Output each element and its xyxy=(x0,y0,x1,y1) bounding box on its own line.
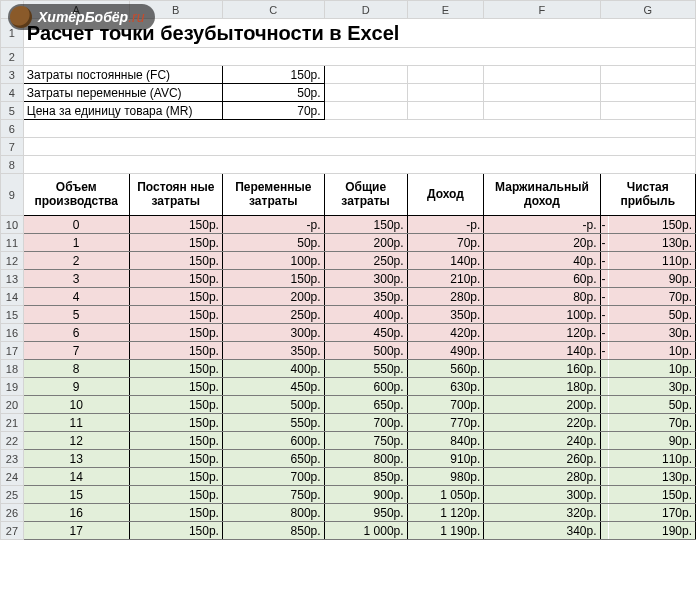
cell[interactable]: 12 xyxy=(23,432,129,450)
cell[interactable]: 160р. xyxy=(484,360,600,378)
param-label[interactable]: Затраты переменные (AVC) xyxy=(23,84,222,102)
cell[interactable]: 150р. xyxy=(222,270,324,288)
cell[interactable]: 260р. xyxy=(484,450,600,468)
cell[interactable]: 9 xyxy=(23,378,129,396)
cell[interactable]: 150р. xyxy=(129,450,222,468)
cell[interactable]: 150р. xyxy=(129,324,222,342)
cell[interactable]: - xyxy=(600,324,608,342)
cell[interactable]: 140р. xyxy=(407,252,484,270)
cell[interactable]: 600р. xyxy=(324,378,407,396)
table-row[interactable]: 199150р.450р.600р.630р.180р.30р. xyxy=(1,378,696,396)
cell[interactable]: 750р. xyxy=(222,486,324,504)
table-col-header[interactable]: Маржинальный доход xyxy=(484,174,600,216)
col-header-C[interactable]: C xyxy=(222,1,324,19)
cell[interactable]: 10р. xyxy=(608,342,695,360)
param-label[interactable]: Цена за единицу товара (MR) xyxy=(23,102,222,120)
row-header-17[interactable]: 17 xyxy=(1,342,24,360)
cell[interactable]: 750р. xyxy=(324,432,407,450)
row-header-7[interactable]: 7 xyxy=(1,138,24,156)
cell[interactable] xyxy=(600,522,608,540)
cell[interactable]: - xyxy=(600,288,608,306)
cell[interactable]: 14 xyxy=(23,468,129,486)
cell[interactable]: 900р. xyxy=(324,486,407,504)
cell[interactable]: 770р. xyxy=(407,414,484,432)
cell[interactable]: 13 xyxy=(23,450,129,468)
cell[interactable]: 40р. xyxy=(484,252,600,270)
table-col-header[interactable]: Доход xyxy=(407,174,484,216)
table-row[interactable]: 2313150р.650р.800р.910р.260р.110р. xyxy=(1,450,696,468)
table-row[interactable]: 144150р.200р.350р.280р.80р.-70р. xyxy=(1,288,696,306)
col-header-F[interactable]: F xyxy=(484,1,600,19)
cell[interactable]: 190р. xyxy=(608,522,695,540)
cell[interactable]: 280р. xyxy=(484,468,600,486)
cell[interactable]: 200р. xyxy=(222,288,324,306)
cell[interactable]: 1 xyxy=(23,234,129,252)
row-header-27[interactable]: 27 xyxy=(1,522,24,540)
cell[interactable]: 90р. xyxy=(608,432,695,450)
cell[interactable]: - xyxy=(600,252,608,270)
row-header-4[interactable]: 4 xyxy=(1,84,24,102)
cell[interactable]: 140р. xyxy=(484,342,600,360)
cell[interactable]: 150р. xyxy=(129,486,222,504)
cell[interactable]: 10 xyxy=(23,396,129,414)
row-header-25[interactable]: 25 xyxy=(1,486,24,504)
cell[interactable]: 560р. xyxy=(407,360,484,378)
cell[interactable]: 90р. xyxy=(608,270,695,288)
row-header-9[interactable]: 9 xyxy=(1,174,24,216)
row-header-8[interactable]: 8 xyxy=(1,156,24,174)
cell[interactable]: 450р. xyxy=(222,378,324,396)
cell[interactable]: 16 xyxy=(23,504,129,522)
cell[interactable]: 600р. xyxy=(222,432,324,450)
cell[interactable] xyxy=(600,468,608,486)
row-header-2[interactable]: 2 xyxy=(1,48,24,66)
cell[interactable]: 150р. xyxy=(129,414,222,432)
table-row[interactable]: 111150р.50р.200р.70р.20р.-130р. xyxy=(1,234,696,252)
cell[interactable]: 30р. xyxy=(608,378,695,396)
cell[interactable]: 11 xyxy=(23,414,129,432)
row-header-26[interactable]: 26 xyxy=(1,504,24,522)
cell[interactable]: 350р. xyxy=(222,342,324,360)
cell[interactable] xyxy=(23,138,695,156)
cell[interactable]: 60р. xyxy=(484,270,600,288)
cell[interactable] xyxy=(600,378,608,396)
row-header-16[interactable]: 16 xyxy=(1,324,24,342)
row-header-19[interactable]: 19 xyxy=(1,378,24,396)
cell[interactable]: 840р. xyxy=(407,432,484,450)
cell[interactable]: 500р. xyxy=(324,342,407,360)
table-row[interactable]: 177150р.350р.500р.490р.140р.-10р. xyxy=(1,342,696,360)
cell[interactable]: 30р. xyxy=(608,324,695,342)
row-header-14[interactable]: 14 xyxy=(1,288,24,306)
cell[interactable]: 700р. xyxy=(407,396,484,414)
spreadsheet-grid[interactable]: A B C D E F G 1 Расчет точки безубыточно… xyxy=(0,0,696,540)
cell[interactable]: 150р. xyxy=(129,252,222,270)
table-col-header[interactable]: Постоян ные затраты xyxy=(129,174,222,216)
cell[interactable]: 650р. xyxy=(222,450,324,468)
cell[interactable]: 150р. xyxy=(129,360,222,378)
cell[interactable]: - xyxy=(600,216,608,234)
cell[interactable]: 150р. xyxy=(129,432,222,450)
cell[interactable]: 17 xyxy=(23,522,129,540)
cell[interactable]: 50р. xyxy=(608,396,695,414)
cell[interactable]: 350р. xyxy=(407,306,484,324)
cell[interactable]: 150р. xyxy=(129,234,222,252)
row-header-20[interactable]: 20 xyxy=(1,396,24,414)
cell[interactable] xyxy=(600,396,608,414)
cell[interactable]: 300р. xyxy=(324,270,407,288)
row-header-11[interactable]: 11 xyxy=(1,234,24,252)
cell[interactable]: 300р. xyxy=(222,324,324,342)
cell[interactable]: 300р. xyxy=(484,486,600,504)
cell[interactable]: 150р. xyxy=(129,504,222,522)
cell[interactable] xyxy=(600,360,608,378)
cell[interactable]: 320р. xyxy=(484,504,600,522)
cell[interactable]: 0 xyxy=(23,216,129,234)
cell[interactable]: - xyxy=(600,234,608,252)
row-header-15[interactable]: 15 xyxy=(1,306,24,324)
cell[interactable]: 340р. xyxy=(484,522,600,540)
col-header-E[interactable]: E xyxy=(407,1,484,19)
cell[interactable]: 1 120р. xyxy=(407,504,484,522)
param-label[interactable]: Затраты постоянные (FC) xyxy=(23,66,222,84)
param-value[interactable]: 70р. xyxy=(222,102,324,120)
cell[interactable]: 400р. xyxy=(222,360,324,378)
cell[interactable]: 420р. xyxy=(407,324,484,342)
cell[interactable]: 100р. xyxy=(222,252,324,270)
